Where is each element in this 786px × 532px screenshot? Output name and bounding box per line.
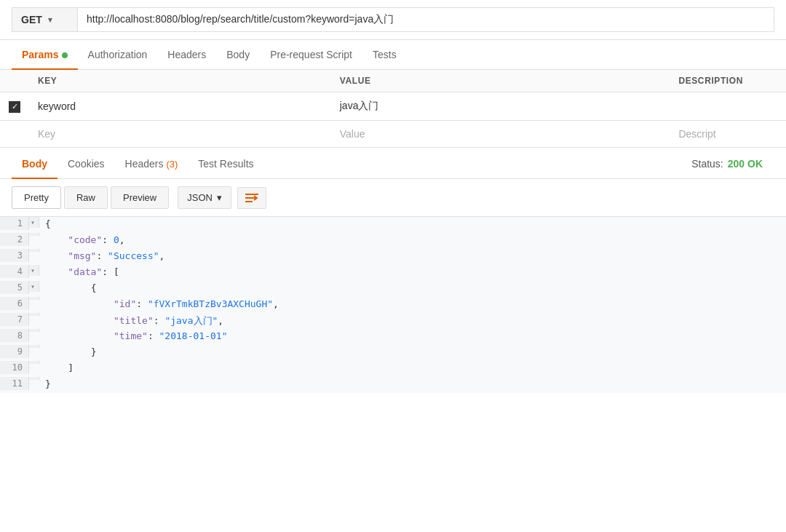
param-key-placeholder[interactable]: Key bbox=[29, 121, 331, 148]
tab-response-headers[interactable]: Headers (3) bbox=[115, 149, 188, 178]
chevron-down-icon: ▾ bbox=[48, 15, 52, 25]
line-content: ] bbox=[39, 361, 79, 375]
line-content: } bbox=[39, 345, 102, 359]
code-line: 2 "code": 0, bbox=[0, 233, 786, 249]
json-response-area: 1▾{2 "code": 0,3 "msg": "Success",4▾ "da… bbox=[0, 217, 786, 393]
tab-test-results[interactable]: Test Results bbox=[188, 149, 263, 178]
code-line: 3 "msg": "Success", bbox=[0, 249, 786, 265]
line-number: 9 bbox=[0, 345, 29, 358]
format-pretty-button[interactable]: Pretty bbox=[12, 186, 61, 209]
format-preview-button[interactable]: Preview bbox=[111, 186, 169, 209]
line-toggle bbox=[29, 313, 39, 316]
status-label: Status: bbox=[691, 158, 723, 170]
row-checkbox[interactable]: ✓ bbox=[9, 101, 20, 113]
tab-pre-request[interactable]: Pre-request Script bbox=[260, 40, 362, 69]
code-line: 10 ] bbox=[0, 361, 786, 377]
line-toggle[interactable]: ▾ bbox=[29, 217, 39, 228]
line-content: "data": [ bbox=[39, 265, 125, 279]
line-content: { bbox=[39, 281, 102, 295]
line-number: 1 bbox=[0, 217, 29, 230]
tab-response-body[interactable]: Body bbox=[12, 149, 57, 178]
param-desc-placeholder[interactable]: Descript bbox=[670, 121, 786, 148]
line-number: 7 bbox=[0, 313, 29, 326]
line-toggle bbox=[29, 249, 39, 252]
line-toggle bbox=[29, 345, 39, 348]
url-bar: GET ▾ bbox=[0, 0, 786, 40]
tab-response-cookies[interactable]: Cookies bbox=[57, 149, 115, 178]
code-line: 11 } bbox=[0, 377, 786, 393]
url-input[interactable] bbox=[77, 7, 774, 32]
line-number: 11 bbox=[0, 377, 29, 390]
tab-body[interactable]: Body bbox=[216, 40, 260, 69]
line-toggle bbox=[29, 297, 39, 300]
format-raw-button[interactable]: Raw bbox=[64, 186, 108, 209]
line-content: "code": 0, bbox=[39, 233, 131, 247]
method-select[interactable]: GET ▾ bbox=[12, 7, 77, 32]
code-line: 6 "id": "fVXrTmkBTzBv3AXCHuGH", bbox=[0, 297, 786, 313]
tab-headers[interactable]: Headers bbox=[157, 40, 216, 69]
code-line: 7 "title": "java入门", bbox=[0, 313, 786, 329]
line-toggle[interactable]: ▾ bbox=[29, 265, 39, 276]
format-type-dropdown[interactable]: JSON ▾ bbox=[178, 186, 231, 209]
table-row-empty: Key Value Descript bbox=[0, 121, 786, 148]
line-toggle bbox=[29, 233, 39, 236]
format-bar: Pretty Raw Preview JSON ▾ bbox=[0, 179, 786, 217]
line-number: 8 bbox=[0, 329, 29, 342]
tab-authorization[interactable]: Authorization bbox=[78, 40, 158, 69]
line-content: "title": "java入门", bbox=[39, 313, 229, 329]
headers-badge: (3) bbox=[166, 159, 178, 170]
param-value-cell: java入门 bbox=[331, 92, 670, 121]
line-content: } bbox=[39, 377, 57, 391]
params-dot bbox=[62, 52, 68, 58]
tab-tests[interactable]: Tests bbox=[362, 40, 407, 69]
param-value-placeholder[interactable]: Value bbox=[331, 121, 670, 148]
line-content: { bbox=[39, 217, 57, 231]
param-key-cell: keyword bbox=[29, 92, 331, 121]
line-content: "id": "fVXrTmkBTzBv3AXCHuGH", bbox=[39, 297, 285, 311]
status-value: 200 OK bbox=[728, 158, 763, 170]
col-key: KEY bbox=[29, 70, 331, 92]
code-line: 8 "time": "2018-01-01" bbox=[0, 329, 786, 345]
param-desc-cell bbox=[670, 92, 786, 121]
code-line: 9 } bbox=[0, 345, 786, 361]
response-tabs: Body Cookies Headers (3) Test Results St… bbox=[0, 149, 786, 179]
line-content: "msg": "Success", bbox=[39, 249, 170, 263]
request-tabs: Params Authorization Headers Body Pre-re… bbox=[0, 40, 786, 70]
tab-params[interactable]: Params bbox=[12, 40, 78, 69]
line-toggle bbox=[29, 361, 39, 364]
line-number: 6 bbox=[0, 297, 29, 310]
line-number: 5 bbox=[0, 281, 29, 294]
line-content: "time": "2018-01-01" bbox=[39, 329, 233, 343]
method-label: GET bbox=[21, 14, 42, 25]
line-number: 3 bbox=[0, 249, 29, 262]
wrap-text-button[interactable] bbox=[237, 187, 266, 209]
table-row: ✓ keyword java入门 bbox=[0, 92, 786, 121]
line-toggle bbox=[29, 377, 39, 380]
col-value: VALUE bbox=[331, 70, 670, 92]
col-description: DESCRIPTION bbox=[670, 70, 786, 92]
code-line: 5▾ { bbox=[0, 281, 786, 297]
params-table: KEY VALUE DESCRIPTION ✓ keyword java入门 K… bbox=[0, 70, 786, 148]
line-number: 10 bbox=[0, 361, 29, 374]
code-line: 4▾ "data": [ bbox=[0, 265, 786, 281]
line-toggle[interactable]: ▾ bbox=[29, 281, 39, 292]
code-line: 1▾{ bbox=[0, 217, 786, 233]
chevron-down-icon: ▾ bbox=[217, 192, 222, 203]
line-number: 2 bbox=[0, 233, 29, 246]
line-number: 4 bbox=[0, 265, 29, 278]
line-toggle bbox=[29, 329, 39, 332]
